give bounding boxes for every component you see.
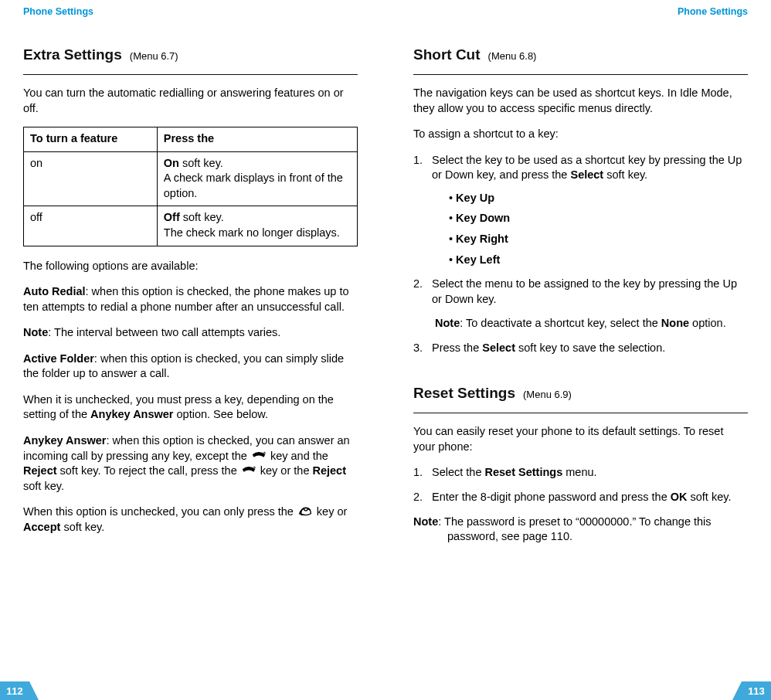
anykey-p2b: key or <box>314 505 348 518</box>
af-p2c: option. See below. <box>174 408 269 420</box>
reset-step-1: 1. Select the Reset Settings menu. <box>413 465 748 481</box>
reset-step-2: 2. Enter the 8-digit phone password and … <box>413 490 748 505</box>
heading-title: Extra Settings <box>23 46 122 63</box>
note-label: Note <box>23 326 48 338</box>
note-label: Note <box>435 317 460 329</box>
rs2b: OK <box>671 491 688 503</box>
s3b: Select <box>482 342 515 354</box>
reset-note-text: : The password is preset to “00000000.” … <box>438 515 711 543</box>
end-call-icon <box>250 450 267 461</box>
anykey-p2a: When this option is unchecked, you can o… <box>23 505 297 518</box>
heading-short-cut: Short Cut (Menu 6.8) <box>413 46 748 63</box>
step-2: 2. Select the menu to be assigned to the… <box>413 277 748 331</box>
auto-redial-para: Auto Redial: when this option is checked… <box>23 284 358 314</box>
table-cell-on: on <box>24 151 158 206</box>
heading-menu-ref: (Menu 6.7) <box>130 50 178 62</box>
anykey-p2d: soft key. <box>60 521 104 533</box>
anykey-t6: Reject <box>312 464 346 477</box>
anykey-t3: Reject <box>23 464 57 477</box>
key-right: • Key Right <box>432 232 748 247</box>
page-left: Phone Settings Extra Settings (Menu 6.7)… <box>0 0 386 700</box>
active-folder-term: Active Folder <box>23 352 94 365</box>
page-number-left: 112 <box>0 681 29 700</box>
key-list: • Key Up • Key Down • Key Right • Key Le… <box>432 191 748 267</box>
table-row: off Off soft key. The check mark no long… <box>24 206 358 246</box>
heading-title: Short Cut <box>413 46 481 63</box>
note-interval: Note: The interval between two call atte… <box>23 325 358 341</box>
page-number-right: 113 <box>742 681 771 700</box>
table-cell-off: off <box>24 206 158 246</box>
note-label: Note <box>413 515 438 528</box>
heading-extra-settings: Extra Settings (Menu 6.7) <box>23 46 358 63</box>
heading-title: Reset Settings <box>413 385 515 401</box>
af-p2b: Anykey Answer <box>90 408 173 420</box>
table-cell-on-action: On soft key. A check mark displays in fr… <box>157 151 357 206</box>
table-row: on On soft key. A check mark displays in… <box>24 151 358 206</box>
active-folder-para: Active Folder: when this option is check… <box>23 352 358 382</box>
key-left: • Key Left <box>432 253 748 268</box>
anykey-t4: soft key. To reject the call, press the <box>57 464 240 477</box>
key-up: • Key Up <box>432 191 748 206</box>
anykey-t5: key or the <box>257 464 313 477</box>
step-num: 3. <box>413 341 423 356</box>
step-num: 1. <box>413 153 423 168</box>
step-num: 2. <box>413 277 423 292</box>
key-down: • Key Down <box>432 211 748 226</box>
on-label: On <box>164 157 179 169</box>
anykey-unchecked: When this option is unchecked, you can o… <box>23 505 358 535</box>
s1c: soft key. <box>603 168 647 181</box>
heading-reset-settings: Reset Settings (Menu 6.9) <box>413 385 748 402</box>
heading-menu-ref: (Menu 6.9) <box>523 389 572 400</box>
off-desc: The check mark no longer displays. <box>164 226 340 239</box>
shortcut-steps: 1. Select the key to be used as a shortc… <box>413 153 748 356</box>
s2note-t2: None <box>661 317 689 329</box>
table-header-feature: To turn a feature <box>24 127 158 152</box>
step-3: 3. Press the Select soft key to save the… <box>413 341 748 356</box>
reset-steps: 1. Select the Reset Settings menu. 2. En… <box>413 465 748 505</box>
heading-rule <box>413 74 748 75</box>
call-icon <box>297 506 314 517</box>
table-header-press: Press the <box>157 127 357 152</box>
anykey-term: Anykey Answer <box>23 434 106 447</box>
s1b: Select <box>570 168 603 181</box>
heading-rule <box>23 74 358 75</box>
anykey-t2: key and the <box>267 450 328 462</box>
table-header-row: To turn a feature Press the <box>24 127 358 152</box>
reset-intro: You can easily reset your phone to its d… <box>413 424 748 454</box>
reset-note: Note: The password is preset to “0000000… <box>413 515 748 545</box>
on-desc: A check mark displays in front of the op… <box>164 172 343 199</box>
options-available: The following options are available: <box>23 259 358 274</box>
page-right: Phone Settings Short Cut (Menu 6.8) The … <box>386 0 771 700</box>
rs2c: soft key. <box>687 491 731 503</box>
rs1a: Select the <box>432 466 485 478</box>
anykey-para: Anykey Answer: when this option is check… <box>23 433 358 494</box>
end-call-icon <box>240 465 257 476</box>
shortcut-intro: The navigation keys can be used as short… <box>413 86 748 116</box>
rs1c: menu. <box>562 466 596 478</box>
feature-table: To turn a feature Press the on On soft k… <box>23 127 358 246</box>
running-head-right: Phone Settings <box>413 6 748 17</box>
step-2-note: Note: To deactivate a shortcut key, sele… <box>432 316 748 331</box>
off-label: Off <box>164 211 180 223</box>
step-1: 1. Select the key to be used as a shortc… <box>413 153 748 267</box>
s2-text: Select the menu to be assigned to the ke… <box>432 277 737 305</box>
rs1b: Reset Settings <box>485 466 563 478</box>
rs2a: Enter the 8-digit phone password and pre… <box>432 491 671 503</box>
step-num: 2. <box>413 490 423 505</box>
heading-menu-ref: (Menu 6.8) <box>488 50 537 62</box>
note-text: : The interval between two call attempts… <box>48 326 280 338</box>
active-folder-unchecked: When it is unchecked, you must press a k… <box>23 392 358 423</box>
shortcut-assign: To assign a shortcut to a key: <box>413 127 748 142</box>
anykey-p2c: Accept <box>23 521 60 533</box>
step-num: 1. <box>413 465 423 481</box>
heading-rule <box>413 413 748 413</box>
s3a: Press the <box>432 342 482 354</box>
off-suffix: soft key. <box>180 211 224 223</box>
intro-text: You can turn the automatic redialling or… <box>23 86 358 116</box>
s2note-t3: option. <box>689 317 726 329</box>
on-suffix: soft key. <box>179 157 223 169</box>
s3c: soft key to save the selection. <box>515 342 665 354</box>
running-head-left: Phone Settings <box>23 6 358 17</box>
table-cell-off-action: Off soft key. The check mark no longer d… <box>157 206 357 246</box>
s2note-t1: : To deactivate a shortcut key, select t… <box>460 317 661 329</box>
